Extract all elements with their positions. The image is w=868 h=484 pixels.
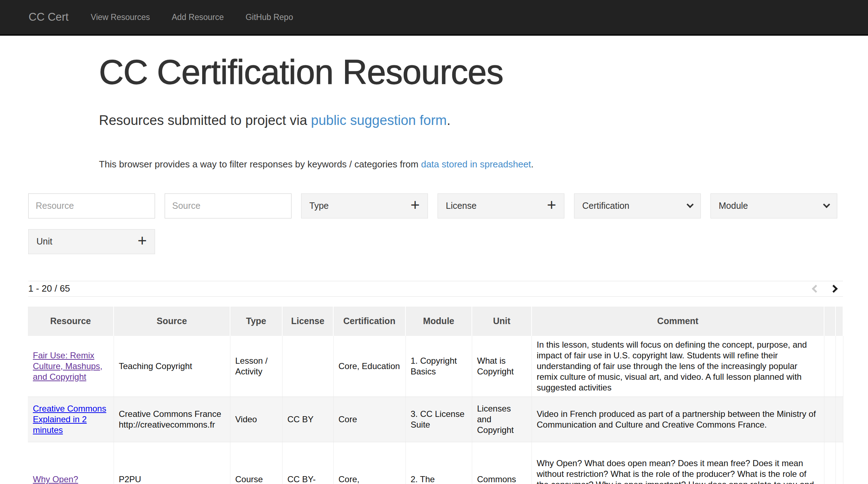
column-header-comment: Comment xyxy=(532,307,824,336)
cell-type: Lesson / Activity xyxy=(230,336,282,397)
cell-unit: Commons xyxy=(472,442,532,484)
table-row: Fair Use: Remix Culture, Mashups, and Co… xyxy=(28,336,843,397)
subtitle-period: . xyxy=(447,113,451,128)
page-description: This browser provides a way to filter re… xyxy=(99,159,825,170)
type-filter-button[interactable]: Type xyxy=(301,193,428,218)
module-filter-label: Module xyxy=(719,201,748,211)
public-suggestion-form-link[interactable]: public suggestion form xyxy=(311,113,447,128)
prev-page-icon[interactable] xyxy=(812,284,820,293)
cell-empty xyxy=(835,442,843,484)
cell-resource: Fair Use: Remix Culture, Mashups, and Co… xyxy=(28,336,114,397)
certification-filter-dropdown[interactable]: Certification xyxy=(574,193,701,218)
column-header-module: Module xyxy=(405,307,472,336)
cell-unit: What is Copyright xyxy=(472,336,532,397)
cell-certification: Core xyxy=(333,397,405,442)
cell-unit: Licenses and Copyright xyxy=(472,397,532,442)
cell-resource: Why Open? xyxy=(28,442,114,484)
column-header-certification: Certification xyxy=(333,307,405,336)
column-header-empty xyxy=(824,307,835,336)
pagination-bar: 1 - 20 / 65 xyxy=(28,281,843,297)
subtitle-text: Resources submitted to project via xyxy=(99,113,311,128)
description-text: This browser provides a way to filter re… xyxy=(99,159,421,170)
column-header-source: Source xyxy=(114,307,230,336)
cell-license: CC BY xyxy=(282,397,333,442)
pagination-arrows xyxy=(813,286,837,292)
cell-type: Course xyxy=(230,442,282,484)
cell-resource: Creative Commons Explained in 2 minutes xyxy=(28,397,114,442)
cell-certification: Core, xyxy=(333,442,405,484)
cell-comment: Video in French produced as part of a pa… xyxy=(532,397,824,442)
navbar: CC Cert View Resources Add Resource GitH… xyxy=(0,0,868,36)
nav-link-view-resources[interactable]: View Resources xyxy=(91,12,150,22)
chevron-down-icon xyxy=(687,201,694,208)
table-row: Creative Commons Explained in 2 minutes … xyxy=(28,397,843,442)
page-title: CC Certification Resources xyxy=(99,54,825,91)
resources-table: Resource Source Type License Certificati… xyxy=(28,307,843,484)
cell-source: Teaching Copyright xyxy=(114,336,230,397)
column-header-type: Type xyxy=(230,307,282,336)
cell-license: CC BY- xyxy=(282,442,333,484)
unit-filter-label: Unit xyxy=(36,236,52,247)
table-header-row: Resource Source Type License Certificati… xyxy=(28,307,843,336)
cell-empty xyxy=(824,336,835,397)
cell-empty xyxy=(835,397,843,442)
filter-bar: Type License Certification Module Unit xyxy=(28,193,846,254)
plus-icon xyxy=(138,241,147,243)
nav-link-github-repo[interactable]: GitHub Repo xyxy=(245,12,293,22)
description-period: . xyxy=(531,159,534,170)
column-header-license: License xyxy=(282,307,333,336)
plus-icon xyxy=(410,205,420,207)
unit-filter-button[interactable]: Unit xyxy=(28,229,155,254)
resource-link[interactable]: Why Open? xyxy=(33,474,78,484)
page-subtitle: Resources submitted to project via publi… xyxy=(99,113,825,128)
cell-comment: Why Open? What does open mean? Does it m… xyxy=(532,442,824,484)
source-filter-input[interactable] xyxy=(165,193,291,218)
nav-link-add-resource[interactable]: Add Resource xyxy=(172,12,224,22)
column-header-unit: Unit xyxy=(472,307,532,336)
resource-filter-input[interactable] xyxy=(28,193,155,218)
module-filter-dropdown[interactable]: Module xyxy=(710,193,837,218)
cell-empty xyxy=(835,336,843,397)
column-header-empty xyxy=(835,307,843,336)
cell-comment: In this lesson, students will focus on d… xyxy=(532,336,824,397)
plus-icon xyxy=(547,205,556,207)
cell-source: Creative Commons France http://creativec… xyxy=(114,397,230,442)
cell-module: 3. CC License Suite xyxy=(405,397,472,442)
pagination-range-label: 1 - 20 / 65 xyxy=(28,283,70,294)
navbar-brand[interactable]: CC Cert xyxy=(29,11,69,24)
cell-empty xyxy=(824,397,835,442)
column-header-resource: Resource xyxy=(28,307,114,336)
resource-link[interactable]: Creative Commons Explained in 2 minutes xyxy=(33,404,106,435)
cell-module: 1. Copyright Basics xyxy=(405,336,472,397)
cell-module: 2. The xyxy=(405,442,472,484)
certification-filter-label: Certification xyxy=(582,201,629,211)
cell-empty xyxy=(824,442,835,484)
resource-link[interactable]: Fair Use: Remix Culture, Mashups, and Co… xyxy=(33,351,103,382)
cell-license xyxy=(282,336,333,397)
cell-type: Video xyxy=(230,397,282,442)
license-filter-button[interactable]: License xyxy=(438,193,564,218)
type-filter-label: Type xyxy=(309,201,329,211)
license-filter-label: License xyxy=(446,201,477,211)
spreadsheet-link[interactable]: data stored in spreadsheet xyxy=(421,159,531,170)
cell-source: P2PU xyxy=(114,442,230,484)
chevron-down-icon xyxy=(823,201,830,208)
next-page-icon[interactable] xyxy=(830,284,838,293)
cell-certification: Core, Education xyxy=(333,336,405,397)
table-row: Why Open? P2PU Course CC BY- Core, 2. Th… xyxy=(28,442,843,484)
hero-section: CC Certification Resources Resources sub… xyxy=(99,54,825,170)
